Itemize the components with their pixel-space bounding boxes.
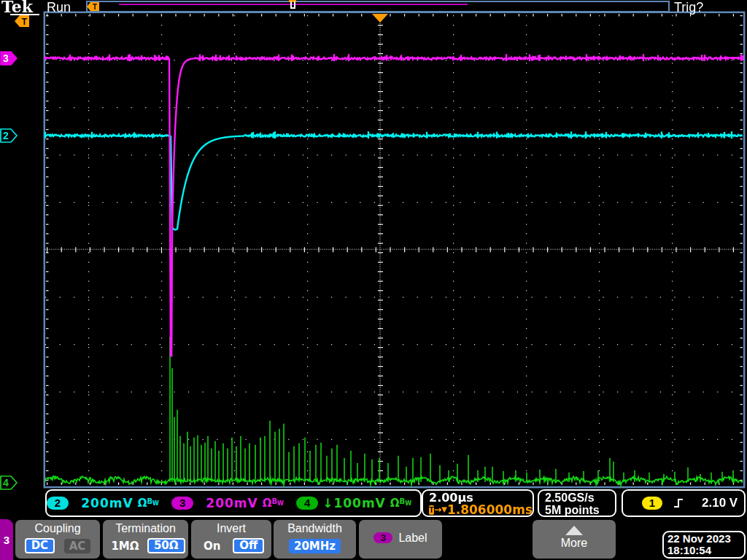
channel-4-impedance-icon: ΩBW xyxy=(390,497,411,510)
menu-termination[interactable]: Termination 1MΩ 50Ω xyxy=(103,520,188,559)
svg-text:4: 4 xyxy=(3,477,9,489)
coupling-dc-button[interactable]: DC xyxy=(25,538,55,553)
trigger-level-value: 2.10 V xyxy=(702,496,738,510)
more-title: More xyxy=(561,537,587,550)
svg-text:3: 3 xyxy=(3,52,9,64)
arrow-icon: → xyxy=(434,504,441,516)
svg-text:T: T xyxy=(22,17,28,27)
termination-title: Termination xyxy=(115,522,176,535)
coupling-title: Coupling xyxy=(34,522,80,535)
svg-text:2: 2 xyxy=(3,130,9,141)
record-length: 5M points xyxy=(545,504,615,516)
record-trigger-flag-icon: T xyxy=(86,1,101,12)
menu-bandwidth[interactable]: Bandwidth 20MHz xyxy=(274,520,356,559)
waveform-display xyxy=(0,0,747,510)
invert-title: Invert xyxy=(217,522,246,535)
bandwidth-value-button[interactable]: 20MHz xyxy=(289,539,341,553)
termination-1m-button[interactable]: 1MΩ xyxy=(106,539,144,553)
menu-more[interactable]: More xyxy=(533,520,616,559)
trigger-source-badge: 1 xyxy=(642,497,662,510)
invert-on-button[interactable]: On xyxy=(198,539,225,553)
channel-3-position-marker[interactable]: 3 xyxy=(0,51,19,66)
bandwidth-title: Bandwidth xyxy=(287,522,342,535)
channel-2-position-marker[interactable]: 2 xyxy=(0,128,19,143)
label-title: Label xyxy=(398,532,427,545)
rising-edge-icon xyxy=(673,497,684,509)
channel-3-badge: 3 xyxy=(171,497,193,510)
trigger-delay-icon: T xyxy=(429,505,434,515)
channel-3-impedance-icon: ΩBW xyxy=(263,497,284,510)
termination-50-button[interactable]: 50Ω xyxy=(147,538,185,553)
invert-off-button[interactable]: Off xyxy=(233,538,264,553)
channel-menu-tab: 3 xyxy=(0,519,13,560)
acquisition-status: Run xyxy=(47,0,71,15)
channel-2-badge: 2 xyxy=(47,497,69,510)
channel-4-badge: 4 xyxy=(296,497,318,510)
horizontal-readout-box: 2.00µs T→▼1.806000ms xyxy=(422,489,534,517)
coupling-ac-button[interactable]: AC xyxy=(64,539,91,553)
acquisition-readout-box: 2.50GS/s 5M points xyxy=(538,489,616,517)
trigger-readout-box: 1 2.10 V xyxy=(622,489,746,517)
menu-invert[interactable]: Invert On Off xyxy=(191,520,271,559)
svg-text:T: T xyxy=(93,3,97,11)
trigger-delay-value: 1.806000ms xyxy=(447,504,533,516)
oscilloscope-screen: Tek Run Trig? T T 3 2 4 2 200mV ΩBW 3 20… xyxy=(0,0,747,560)
menu-label[interactable]: 3 Label xyxy=(359,520,442,559)
record-view-strip xyxy=(86,1,670,12)
channel-2-scale: 200mV xyxy=(81,496,133,510)
sample-rate: 2.50GS/s xyxy=(545,491,615,504)
record-position-marker xyxy=(290,7,295,9)
record-view-waveform xyxy=(119,4,468,5)
label-channel-badge: 3 xyxy=(374,532,392,543)
channel-3-scale: 200mV xyxy=(206,496,258,510)
channel-2-impedance-icon: ΩBW xyxy=(138,497,159,510)
trigger-level-flag-icon[interactable]: T xyxy=(14,15,30,28)
marker-icon: ▼ xyxy=(441,504,447,516)
channel-readouts-box: 2 200mV ΩBW 3 200mV ΩBW 4 ↓100mV ΩBW xyxy=(45,489,422,517)
up-arrow-icon xyxy=(565,526,583,535)
channel-4-scale: ↓100mV xyxy=(322,496,386,510)
datetime-box: 22 Nov 2023 18:10:54 xyxy=(662,531,746,559)
channel-4-position-marker[interactable]: 4 xyxy=(0,475,19,490)
date-value: 22 Nov 2023 xyxy=(667,533,744,545)
trigger-status: Trig? xyxy=(674,0,703,15)
menu-coupling[interactable]: Coupling DC AC xyxy=(15,520,100,559)
time-value: 18:10:54 xyxy=(667,545,744,556)
